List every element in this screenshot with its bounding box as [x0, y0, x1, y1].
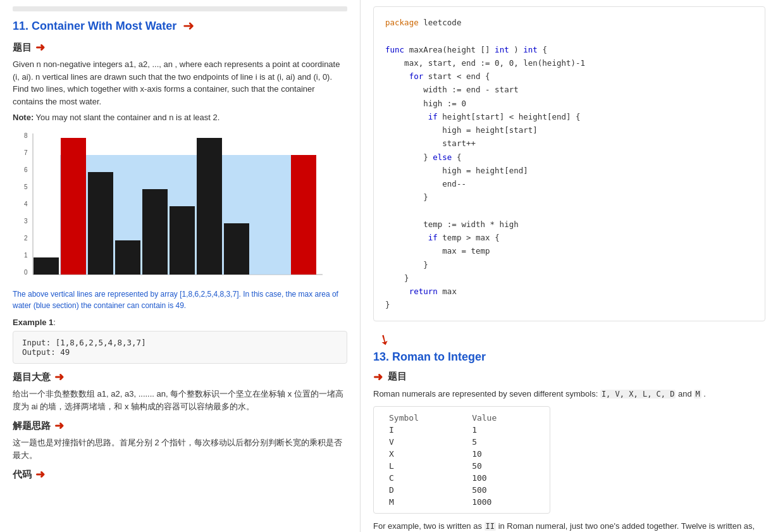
- section-jiexi-label: 解题思路: [13, 420, 51, 432]
- problem-description: Given n non-negative integers a1, a2, ..…: [13, 58, 347, 108]
- tiji13-desc: Roman numerals are represented by seven …: [373, 388, 765, 400]
- roman-table-row: V5: [384, 436, 540, 448]
- dayi-text: 给出一个非负整数数组 a1, a2, a3, ....... an, 每个整数标…: [13, 388, 347, 412]
- svg-text:5: 5: [24, 183, 28, 190]
- svg-rect-13: [61, 138, 86, 275]
- svg-text:2: 2: [24, 235, 28, 242]
- roman-symbols-inline: I, V, X, L, C, D: [600, 390, 676, 399]
- roman-table-row: X10: [384, 448, 540, 460]
- roman-table-row: C100: [384, 472, 540, 484]
- roman-col-symbol: Symbol: [384, 412, 467, 424]
- roman-table-container: Symbol Value I1V5X10L50C100D500M1000: [373, 406, 550, 514]
- code-line-else: } else {: [385, 151, 753, 164]
- section-daima-heading: 代码 ➜: [13, 467, 347, 481]
- svg-text:0: 0: [24, 269, 28, 276]
- svg-rect-16: [142, 189, 168, 275]
- svg-rect-14: [88, 172, 113, 275]
- code-block: package leetcode func maxArea(height [] …: [373, 6, 765, 321]
- right-panel: package leetcode func maxArea(height [] …: [361, 0, 778, 532]
- jiexi-text: 这一题也是对撞指针的思路。首尾分别 2 个指针，每次移动以后都分别判断长宽的乘积…: [13, 436, 347, 461]
- code-line-init: max, start, end := 0, 0, len(height)-1: [385, 56, 753, 70]
- section-tiji13-heading: ➜ 题目: [373, 370, 765, 384]
- problem13-title-link[interactable]: 13. Roman to Integer: [373, 350, 486, 364]
- svg-text:4: 4: [24, 201, 28, 207]
- svg-rect-12: [34, 257, 59, 275]
- svg-rect-17: [170, 206, 195, 275]
- code-line-high-end: high = height[end]: [385, 164, 753, 177]
- arrow-to-13-icon: ➘: [375, 330, 393, 350]
- arrow-title-icon: ➜: [183, 18, 194, 34]
- roman-table-row: D500: [384, 484, 540, 496]
- example-code-box: Input: [1,8,6,2,5,4,8,3,7] Output: 49: [13, 331, 347, 364]
- svg-text:8: 8: [24, 132, 28, 139]
- problem13-title-row: 13. Roman to Integer: [373, 350, 765, 364]
- code-line-if: if height[start] < height[end] {: [385, 110, 753, 123]
- arrow-to-13-row: ➘: [378, 331, 765, 348]
- code-line-return: return max: [385, 285, 753, 298]
- svg-text:1: 1: [24, 252, 28, 259]
- code-line-max-temp: max = temp: [385, 244, 753, 257]
- arrow-tiji-icon: ➜: [35, 40, 45, 54]
- code-line-close-for: }: [385, 271, 753, 285]
- code-line-close-if2: }: [385, 258, 753, 271]
- section-tiji-label: 题目: [13, 42, 32, 54]
- problem-title-row: 11. Container With Most Water ➜: [13, 18, 347, 34]
- svg-text:3: 3: [24, 218, 28, 225]
- section-daima-label: 代码: [13, 469, 32, 481]
- roman-example-text: For example, two is written as II in Rom…: [373, 520, 765, 532]
- arrow-daima-icon: ➜: [35, 467, 45, 481]
- roman-table-row: I1: [384, 424, 540, 436]
- roman-table-row: M1000: [384, 496, 540, 508]
- problem-title-link[interactable]: 11. Container With Most Water: [13, 20, 176, 33]
- svg-rect-15: [115, 240, 140, 275]
- code-line-start-pp: start++: [385, 137, 753, 150]
- arrow-dayi-icon: ➜: [54, 370, 64, 384]
- code-line-high-start: high = height[start]: [385, 123, 753, 137]
- code-line-close-func: }: [385, 298, 753, 311]
- roman-table-row: L50: [384, 460, 540, 472]
- svg-text:7: 7: [24, 149, 28, 156]
- section-jiexi-heading: 解题思路 ➜: [13, 419, 347, 433]
- chart-caption: The above vertical lines are represented…: [13, 288, 347, 311]
- svg-rect-20: [291, 155, 316, 275]
- example-output: Output: 49: [22, 347, 338, 357]
- code-line-width: width := end - start: [385, 83, 753, 96]
- section-tiji13-label: 题目: [388, 371, 407, 383]
- svg-text:6: 6: [24, 166, 28, 173]
- code-line-for: for start < end {: [385, 70, 753, 83]
- roman-m-inline: M: [694, 390, 701, 399]
- problem-note: Note: You may not slant the container an…: [13, 111, 347, 124]
- code-line-close-if: }: [385, 190, 753, 204]
- arrow-jiexi-icon: ➜: [54, 419, 64, 433]
- code-line-pkg: package leetcode: [385, 16, 753, 29]
- section-tiji-heading: 题目 ➜: [13, 40, 347, 54]
- code-line-end-mm: end--: [385, 177, 753, 190]
- left-panel: 11. Container With Most Water ➜ 题目 ➜ Giv…: [0, 0, 361, 532]
- code-blank-2: [385, 204, 753, 218]
- svg-rect-18: [197, 138, 222, 275]
- code-line-high: high := 0: [385, 97, 753, 110]
- svg-rect-19: [224, 223, 249, 275]
- roman-col-value: Value: [467, 412, 540, 424]
- code-line-temp: temp := width * high: [385, 218, 753, 231]
- water-chart: 0 1 2 3 4 5 6 7 8: [13, 130, 329, 282]
- top-bar: [13, 6, 347, 11]
- example-label: Example 1:: [13, 316, 347, 329]
- code-line-func: func maxArea(height [] int ) int {: [385, 43, 753, 56]
- section-dayi-heading: 题目大意 ➜: [13, 370, 347, 384]
- example-input: Input: [1,8,6,2,5,4,8,3,7]: [22, 338, 338, 347]
- arrow-tiji13-icon: ➜: [373, 370, 383, 384]
- section-dayi-label: 题目大意: [13, 371, 51, 383]
- code-line-if-temp: if temp > max {: [385, 231, 753, 244]
- code-blank-1: [385, 29, 753, 42]
- roman-table: Symbol Value I1V5X10L50C100D500M1000: [384, 412, 540, 508]
